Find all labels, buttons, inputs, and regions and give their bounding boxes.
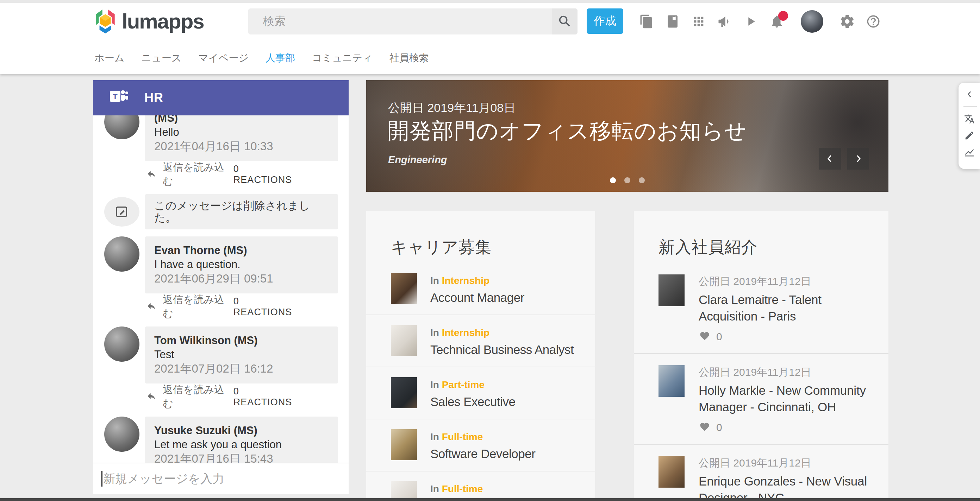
hero-carousel[interactable]: 公開日 2019年11月08日 開発部門のオフィス移転のお知らせ Enginee…: [366, 80, 888, 192]
job-title[interactable]: Account Manager: [430, 291, 524, 305]
nav-tab-news[interactable]: ニュース: [141, 51, 181, 65]
analytics-icon[interactable]: [963, 146, 975, 158]
apps-grid-icon[interactable]: [690, 13, 707, 30]
carousel-next-button[interactable]: [847, 148, 869, 170]
settings-gear-icon[interactable]: [839, 13, 856, 30]
play-icon[interactable]: [742, 13, 759, 30]
like-heart-icon[interactable]: [698, 422, 711, 433]
article-published-date: 公開日 2019年11月12日: [698, 275, 870, 288]
nav-tab-hr[interactable]: 人事部: [266, 51, 295, 65]
like-count: 0: [716, 331, 722, 342]
edit-note-icon: [104, 197, 140, 227]
reactions-count: 0 REACTIONS: [234, 386, 299, 408]
main-navigation: ホーム ニュース マイページ 人事部 コミュニティ 社員検索: [94, 51, 429, 65]
hero-published-date: 公開日 2019年11月08日: [388, 100, 515, 116]
employee-article[interactable]: 公開日 2019年11月12日 Holly Markle - New Commu…: [634, 354, 888, 445]
hero-article-title[interactable]: 開発部門のオフィス移転のお知らせ: [387, 116, 747, 146]
job-listing[interactable]: In Internship Account Manager: [366, 263, 595, 315]
nav-tab-community[interactable]: コミュニティ: [312, 51, 372, 65]
chat-widget-title: HR: [145, 90, 163, 105]
pages-icon[interactable]: [638, 13, 655, 30]
carousel-dot-1[interactable]: [610, 177, 616, 183]
user-avatar[interactable]: [801, 10, 823, 33]
job-tag-prefix: In: [430, 379, 439, 390]
nav-tab-mypage[interactable]: マイページ: [198, 51, 248, 65]
article-title[interactable]: Holly Markle - New Community Manager - C…: [698, 382, 870, 415]
search-bar: 検索: [248, 8, 578, 35]
job-listing[interactable]: In Full-time Software Developer: [366, 419, 595, 471]
chat-message: Evan Thorne (MS) I have a question. 2021…: [104, 236, 338, 293]
message-input[interactable]: 新規メッセージを入力: [93, 463, 348, 494]
chat-message-list[interactable]: (MS) Hello 2021年04月16日 10:33 返信を読み込む 0 R…: [93, 116, 348, 463]
carousel-prev-button[interactable]: [819, 148, 841, 170]
new-employees-widget: 新入社員紹介 公開日 2019年11月12日 Clara Lemaitre - …: [634, 211, 888, 501]
ms-teams-icon: T: [109, 88, 129, 108]
article-title[interactable]: Enrique Gonzales - New Visual Designer -…: [698, 473, 870, 501]
message-text: Hello: [154, 125, 329, 140]
nav-tab-employee-search[interactable]: 社員検索: [390, 51, 429, 65]
job-tag-prefix: In: [430, 484, 439, 494]
nav-tab-home[interactable]: ホーム: [94, 51, 124, 65]
job-category[interactable]: Part-time: [442, 379, 485, 390]
message-input-placeholder: 新規メッセージを入力: [103, 471, 224, 487]
search-input[interactable]: 検索: [248, 14, 551, 29]
reply-arrow-icon: [146, 301, 157, 312]
job-title[interactable]: Sales Executive: [430, 395, 515, 409]
message-author: Evan Thorne (MS): [154, 243, 329, 258]
job-listing[interactable]: In Part-time Sales Executive: [366, 367, 595, 419]
reply-arrow-icon: [146, 169, 157, 180]
message-date: 2021年07月16日 15:43: [154, 452, 329, 463]
collapse-chevron-icon[interactable]: [963, 88, 975, 100]
translate-icon[interactable]: [963, 113, 975, 125]
lumapps-portal: lumapps 検索 作成: [0, 0, 980, 501]
job-category[interactable]: Internship: [442, 327, 490, 338]
like-heart-icon[interactable]: [698, 331, 711, 342]
job-category[interactable]: Internship: [442, 275, 490, 286]
deleted-message: このメッセージは削除されました。: [104, 194, 338, 229]
new-employees-widget-title: 新入社員紹介: [634, 211, 888, 263]
job-listing[interactable]: In Internship Technical Business Analyst: [366, 315, 595, 367]
avatar: [104, 116, 140, 140]
window-top-strip: [0, 0, 980, 3]
job-thumbnail: [391, 273, 417, 304]
edit-pencil-icon[interactable]: [963, 130, 975, 141]
reactions-count: 0 REACTIONS: [234, 296, 299, 318]
message-date: 2021年06月29日 09:51: [154, 272, 329, 286]
job-title[interactable]: Technical Business Analyst: [430, 342, 574, 357]
megaphone-icon[interactable]: [716, 13, 733, 30]
library-icon[interactable]: [664, 13, 681, 30]
teams-chat-widget: (MS) Hello 2021年04月16日 10:33 返信を読み込む 0 R…: [93, 80, 348, 494]
chat-message: Yusuke Suzuki (MS) Let me ask you a ques…: [104, 417, 338, 463]
careers-widget-title: キャリア募集: [366, 211, 595, 263]
job-listing[interactable]: In Full-time Regional Sales Lead: [366, 471, 595, 501]
help-icon[interactable]: [865, 13, 882, 30]
carousel-dot-3[interactable]: [639, 177, 645, 183]
message-date: 2021年07月02日 16:12: [154, 361, 329, 376]
load-replies-link[interactable]: 返信を読み込む: [163, 160, 234, 189]
load-replies-link[interactable]: 返信を読み込む: [163, 383, 234, 411]
panel-divider: [963, 106, 977, 107]
create-button[interactable]: 作成: [587, 8, 623, 34]
carousel-dot-2[interactable]: [624, 177, 630, 183]
job-category[interactable]: Full-time: [442, 484, 483, 494]
lumapps-logo-icon: [94, 7, 116, 35]
svg-text:T: T: [113, 92, 118, 101]
employee-thumbnail: [659, 456, 684, 488]
employee-thumbnail: [659, 274, 684, 306]
job-category[interactable]: Full-time: [442, 431, 483, 442]
employee-article[interactable]: 公開日 2019年11月12日 Clara Lemaitre - Talent …: [634, 263, 888, 354]
employee-article[interactable]: 公開日 2019年11月12日 Enrique Gonzales - New V…: [634, 445, 888, 501]
chat-widget-header: T HR: [93, 80, 348, 116]
designer-side-panel: [959, 83, 980, 169]
job-tag-prefix: In: [430, 327, 439, 338]
load-replies-link[interactable]: 返信を読み込む: [163, 293, 234, 321]
message-author: Tom Wilkinson (MS): [154, 333, 329, 347]
job-title[interactable]: Software Developer: [430, 447, 535, 461]
article-published-date: 公開日 2019年11月12日: [698, 457, 870, 469]
lumapps-logo[interactable]: lumapps: [94, 7, 204, 35]
hero-category: Engineering: [388, 154, 447, 166]
article-title[interactable]: Clara Lemaitre - Talent Acquisition - Pa…: [698, 291, 870, 324]
search-button[interactable]: [551, 8, 578, 35]
notifications-bell-icon[interactable]: [768, 13, 785, 30]
careers-widget: キャリア募集 In Internship Account Manager In …: [366, 211, 595, 501]
